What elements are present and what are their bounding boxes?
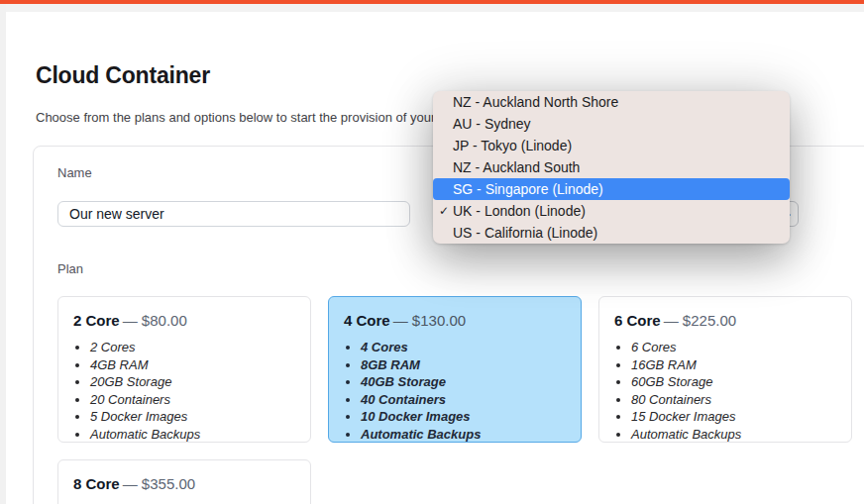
plan-price: — $355.00 — [123, 475, 195, 492]
plan-feature: 80 Containers — [631, 391, 836, 409]
dropdown-option[interactable]: US - California (Linode) — [433, 222, 790, 244]
plan-card[interactable]: 2 Core— $80.00 2 Cores4GB RAM20GB Storag… — [57, 296, 311, 443]
plan-feature: 4 Cores — [361, 339, 566, 356]
top-accent-bar — [0, 0, 864, 4]
dropdown-option[interactable]: NZ - Auckland South — [433, 156, 790, 178]
plan-title: 8 Core— $355.00 — [73, 475, 295, 492]
plan-features: 4 Cores8GB RAM40GB Storage40 Containers1… — [344, 339, 566, 443]
plan-feature: 60GB Storage — [631, 373, 836, 391]
plan-feature: 20GB Storage — [90, 373, 295, 391]
plan-grid: 2 Core— $80.00 2 Cores4GB RAM20GB Storag… — [57, 296, 852, 504]
dropdown-option-label: UK - London (Linode) — [453, 203, 586, 219]
dropdown-option-label: JP - Tokyo (Linode) — [453, 138, 572, 153]
plan-features: 6 Cores16GB RAM60GB Storage80 Containers… — [614, 339, 836, 443]
plan-card[interactable]: 6 Core— $225.00 6 Cores16GB RAM60GB Stor… — [598, 296, 852, 443]
plan-name: 4 Core — [344, 312, 390, 329]
dropdown-option-label: NZ - Auckland North Shore — [453, 94, 618, 110]
plan-feature: 16GB RAM — [631, 356, 836, 374]
plan-feature: 40GB Storage — [361, 373, 566, 391]
dropdown-option[interactable]: SG - Singapore (Linode) — [433, 178, 790, 200]
dropdown-option[interactable]: JP - Tokyo (Linode) — [433, 135, 790, 156]
region-dropdown-menu: NZ - Auckland North Shore AU - Sydney JP… — [433, 91, 790, 244]
dropdown-option[interactable]: NZ - Auckland North Shore — [433, 91, 790, 113]
dropdown-option-label: US - California (Linode) — [453, 225, 597, 241]
plan-feature: Automatic Backups — [90, 426, 295, 444]
plan-title: 2 Core— $80.00 — [73, 312, 295, 329]
plan-name: 2 Core — [73, 312, 120, 329]
dropdown-option[interactable]: AU - Sydney — [433, 113, 790, 135]
cloud-container-page: Cloud Container Choose from the plans an… — [0, 0, 864, 504]
plan-feature: 4GB RAM — [90, 356, 295, 374]
dropdown-option-label: SG - Singapore (Linode) — [453, 181, 603, 197]
plan-feature: 20 Containers — [90, 391, 295, 409]
plan-feature: Automatic Backups — [361, 426, 566, 444]
plan-title: 6 Core— $225.00 — [614, 312, 836, 329]
plan-feature: 40 Containers — [361, 391, 566, 409]
dropdown-option[interactable]: ✓ UK - London (Linode) — [433, 200, 790, 222]
plan-card[interactable]: 8 Core— $355.00 8 Cores — [57, 459, 311, 504]
plan-feature: 15 Docker Images — [631, 408, 836, 426]
plan-feature: 5 Docker Images — [90, 408, 295, 426]
plan-feature: Automatic Backups — [631, 426, 836, 444]
plan-field-label: Plan — [57, 261, 83, 276]
dropdown-option-label: AU - Sydney — [453, 116, 531, 132]
plan-card[interactable]: 4 Core— $130.00 4 Cores8GB RAM40GB Stora… — [328, 296, 582, 443]
plan-feature: 10 Docker Images — [361, 408, 566, 426]
name-field-label: Name — [57, 165, 92, 180]
left-gutter — [0, 4, 6, 504]
checkmark-icon: ✓ — [439, 205, 449, 217]
plan-name: 8 Core — [73, 475, 120, 492]
plan-price: — $80.00 — [123, 312, 187, 329]
plan-feature: 2 Cores — [90, 339, 295, 356]
dropdown-option-label: NZ - Auckland South — [453, 159, 580, 175]
plan-price: — $225.00 — [664, 312, 736, 329]
page-title: Cloud Container — [36, 62, 210, 89]
plan-name: 6 Core — [614, 312, 661, 329]
plan-price: — $130.00 — [393, 312, 466, 329]
plan-feature: 6 Cores — [631, 339, 836, 356]
plan-feature: 8GB RAM — [361, 356, 566, 374]
top-band — [0, 4, 864, 12]
plan-title: 4 Core— $130.00 — [344, 312, 566, 329]
plan-features: 2 Cores4GB RAM20GB Storage20 Containers5… — [73, 339, 295, 443]
name-input[interactable] — [57, 201, 410, 227]
